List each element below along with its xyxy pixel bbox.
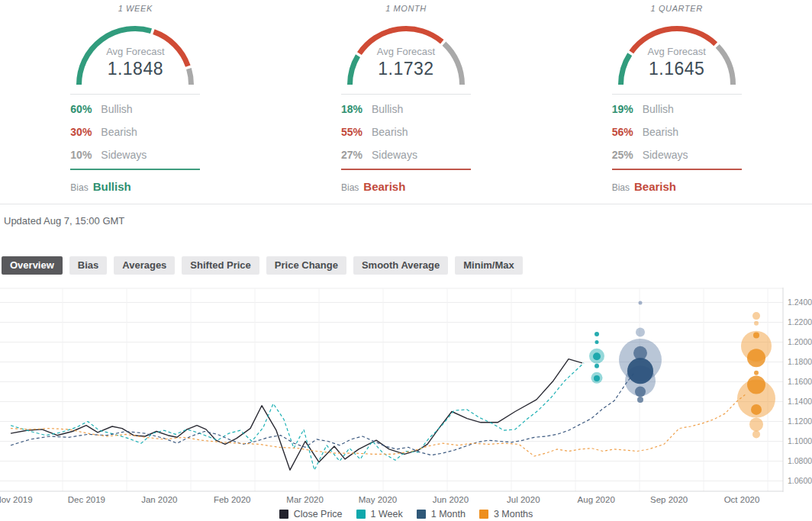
bias-label: Bias <box>70 182 88 193</box>
sentiment-row-sideways: 25%Sideways <box>612 143 742 166</box>
x-tick-label: Oct 2020 <box>724 495 760 504</box>
x-tick-label: Aug 2020 <box>578 495 615 504</box>
forecast-bubble-3-months <box>754 371 759 375</box>
bias-row: BiasBearish <box>341 180 471 194</box>
y-tick-label: 1.2400 <box>788 297 812 307</box>
forecast-bubble-3-months <box>747 349 765 367</box>
forecast-bubble-3-months <box>749 417 763 431</box>
forecast-bubble-3-months <box>751 404 762 415</box>
sentiment-row-sideways: 10%Sideways <box>70 143 200 166</box>
sentiment-row-sideways: 27%Sideways <box>341 143 471 166</box>
x-tick-label: May 2020 <box>359 495 398 504</box>
bias-underline <box>612 169 742 170</box>
chart-canvas[interactable]: 1.24001.22001.20001.18001.16001.14001.12… <box>0 288 812 492</box>
tab-minim-max[interactable]: Minim/Max <box>455 256 522 275</box>
legend-swatch-icon <box>479 510 488 519</box>
avg-forecast-label: Avg Forecast <box>341 46 471 57</box>
tab-shifted-price[interactable]: Shifted Price <box>182 256 259 275</box>
sentiment-rows: 19%Bullish56%Bearish25%Sideways <box>612 95 742 166</box>
sentiment-rows: 18%Bullish55%Bearish27%Sideways <box>341 95 471 166</box>
series-1-month <box>11 372 635 455</box>
sentiment-pct: 10% <box>70 149 101 161</box>
legend-item-1-week[interactable]: 1 Week <box>356 509 403 519</box>
forecast-bubble-3-months <box>754 321 759 326</box>
forecast-bubble-1-month <box>635 387 646 397</box>
forecast-bubble-3-months <box>752 312 760 320</box>
forecast-card-1-week: 1 WEEK Avg Forecast 1.1848 60%Bullish30%… <box>0 0 271 204</box>
legend-item-close-price[interactable]: Close Price <box>279 509 343 519</box>
forecast-bubble-1-week <box>594 375 600 381</box>
y-tick-label: 1.1200 <box>788 416 812 426</box>
x-tick-label: Nov 2019 <box>0 495 33 504</box>
sentiment-rows: 60%Bullish30%Bearish10%Sideways <box>70 95 200 166</box>
sentiment-gauge: Avg Forecast 1.1645 <box>612 18 742 88</box>
avg-forecast-label: Avg Forecast <box>70 46 200 57</box>
avg-forecast-value: 1.1848 <box>70 59 200 79</box>
sentiment-label: Sideways <box>372 149 417 161</box>
forecast-card-1-month: 1 MONTH Avg Forecast 1.1732 18%Bullish55… <box>271 0 542 204</box>
forecast-chart[interactable]: 1.24001.22001.20001.18001.16001.14001.12… <box>0 288 812 492</box>
bias-underline <box>341 169 471 170</box>
bias-value: Bearish <box>634 180 676 193</box>
sentiment-row-bullish: 18%Bullish <box>341 98 471 121</box>
sentiment-label: Sideways <box>643 149 688 161</box>
tab-bias[interactable]: Bias <box>69 256 107 275</box>
sentiment-row-bullish: 60%Bullish <box>70 98 200 121</box>
sentiment-label: Bearish <box>101 126 137 138</box>
sentiment-row-bullish: 19%Bullish <box>612 98 742 121</box>
legend-label: 1 Month <box>431 509 466 519</box>
y-tick-label: 1.1800 <box>788 357 812 366</box>
forecast-summary-section: 1 WEEK Avg Forecast 1.1848 60%Bullish30%… <box>0 0 812 204</box>
updated-timestamp: Updated Aug 7, 15:00 GMT <box>0 204 812 227</box>
x-tick-label: Jul 2020 <box>507 495 540 504</box>
tab-overview[interactable]: Overview <box>2 256 63 275</box>
x-tick-label: Jun 2020 <box>433 495 469 504</box>
card-title: 1 MONTH <box>385 4 427 14</box>
sentiment-pct: 55% <box>341 126 372 138</box>
sentiment-label: Bullish <box>372 103 403 115</box>
series-close-price <box>11 359 582 471</box>
sentiment-label: Bearish <box>643 126 678 138</box>
tab-averages[interactable]: Averages <box>114 256 175 275</box>
forecast-bubble-1-week <box>594 332 599 336</box>
series-1-week <box>11 363 584 470</box>
x-tick-label: Feb 2020 <box>214 495 251 504</box>
sentiment-pct: 25% <box>612 149 643 161</box>
sentiment-label: Bullish <box>101 103 132 115</box>
y-tick-label: 1.2000 <box>788 337 812 346</box>
forecast-card-1-quarter: 1 QUARTER Avg Forecast 1.1645 19%Bullish… <box>541 0 812 204</box>
x-tick-label: Dec 2019 <box>68 495 105 504</box>
sentiment-label: Sideways <box>101 149 147 161</box>
y-tick-label: 1.0600 <box>788 476 812 485</box>
sentiment-label: Bullish <box>643 103 674 115</box>
sentiment-pct: 60% <box>70 103 101 115</box>
legend-label: 1 Week <box>371 509 403 519</box>
sentiment-pct: 19% <box>612 103 643 115</box>
bias-label: Bias <box>341 182 359 193</box>
forecast-bubble-1-month <box>633 346 647 360</box>
avg-forecast-label: Avg Forecast <box>612 46 742 57</box>
legend-swatch-icon <box>356 510 366 519</box>
card-title: 1 QUARTER <box>651 4 703 14</box>
x-tick-label: Mar 2020 <box>286 495 324 504</box>
bias-underline <box>70 169 200 170</box>
forecast-bubble-3-months <box>747 375 765 394</box>
bias-row: BiasBullish <box>70 180 200 194</box>
forecast-bubble-1-month <box>637 397 643 403</box>
sentiment-gauge: Avg Forecast 1.1848 <box>70 18 200 88</box>
x-tick-label: Sep 2020 <box>650 495 688 504</box>
x-tick-label: Jan 2020 <box>141 495 177 504</box>
forecast-bubble-1-month <box>627 358 653 384</box>
legend-label: Close Price <box>294 509 343 519</box>
forecast-bubble-1-month <box>639 301 643 305</box>
tab-price-change[interactable]: Price Change <box>266 256 346 275</box>
legend-swatch-icon <box>279 510 288 519</box>
bias-label: Bias <box>612 182 630 193</box>
forecast-bubble-1-month <box>636 328 645 337</box>
y-tick-label: 1.1000 <box>788 436 812 445</box>
tab-smooth-average[interactable]: Smooth Average <box>353 256 448 275</box>
legend-item-1-month[interactable]: 1 Month <box>417 509 466 519</box>
legend-item-3-months[interactable]: 3 Months <box>479 509 533 519</box>
avg-forecast-value: 1.1645 <box>612 59 742 79</box>
card-title: 1 WEEK <box>118 4 153 14</box>
